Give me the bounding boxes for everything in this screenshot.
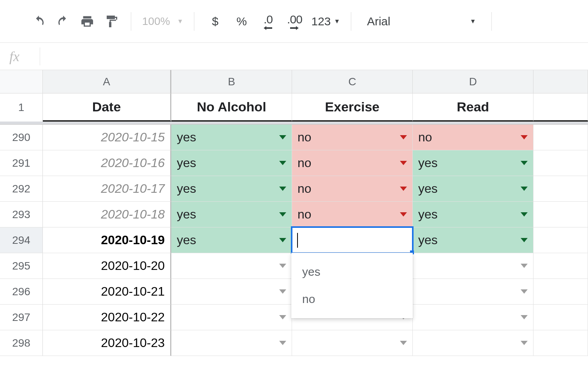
date-cell[interactable]: 2020-10-18 bbox=[43, 202, 171, 227]
data-validation-cell[interactable]: no bbox=[413, 125, 533, 150]
data-validation-cell[interactable]: yes bbox=[171, 125, 292, 150]
data-validation-cell[interactable]: yes bbox=[171, 227, 292, 253]
date-cell[interactable]: 2020-10-22 bbox=[43, 305, 171, 330]
data-validation-cell[interactable] bbox=[171, 279, 292, 305]
dropdown-cell[interactable] bbox=[298, 330, 407, 356]
data-validation-cell[interactable]: no bbox=[292, 202, 413, 227]
data-validation-cell[interactable]: yes bbox=[413, 202, 533, 227]
data-validation-cell[interactable] bbox=[292, 330, 413, 356]
empty-cell[interactable] bbox=[533, 125, 588, 150]
header-cell-read[interactable]: Read bbox=[413, 93, 533, 122]
row-header[interactable]: 295 bbox=[0, 253, 43, 279]
data-validation-cell[interactable]: no bbox=[292, 125, 413, 150]
row-header[interactable]: 291 bbox=[0, 150, 43, 176]
date-cell[interactable]: 2020-10-21 bbox=[43, 279, 171, 305]
date-cell[interactable]: 2020-10-23 bbox=[43, 330, 171, 356]
data-validation-cell[interactable]: no bbox=[292, 176, 413, 202]
more-formats-dropdown[interactable]: 123 ▼ bbox=[308, 15, 343, 28]
empty-cell[interactable] bbox=[533, 176, 588, 202]
dropdown-cell[interactable] bbox=[177, 330, 286, 356]
column-header-A[interactable]: A bbox=[43, 70, 171, 93]
empty-cell[interactable] bbox=[533, 150, 588, 176]
dropdown-cell[interactable]: yes bbox=[418, 202, 528, 227]
format-currency-button[interactable]: $ bbox=[202, 10, 228, 33]
select-all-corner[interactable] bbox=[0, 70, 43, 93]
row-header-1[interactable]: 1 bbox=[0, 93, 43, 122]
dropdown-cell[interactable] bbox=[177, 253, 286, 278]
dropdown-cell[interactable]: yes bbox=[418, 176, 528, 201]
header-cell-date[interactable]: Date bbox=[43, 93, 171, 122]
data-validation-cell[interactable]: yes bbox=[413, 150, 533, 176]
format-percent-button[interactable]: % bbox=[229, 10, 254, 33]
dropdown-cell[interactable] bbox=[177, 279, 286, 304]
column-header-empty[interactable] bbox=[533, 70, 588, 93]
print-button[interactable] bbox=[76, 10, 99, 33]
data-validation-cell[interactable]: yes bbox=[171, 150, 292, 176]
data-validation-cell[interactable] bbox=[171, 305, 292, 330]
paint-format-button[interactable] bbox=[100, 10, 123, 33]
cell-editor[interactable] bbox=[291, 226, 414, 254]
dropdown-cell[interactable] bbox=[418, 330, 528, 356]
row-header[interactable]: 297 bbox=[0, 305, 43, 330]
dropdown-cell[interactable]: yes bbox=[177, 202, 286, 227]
data-validation-cell[interactable] bbox=[413, 253, 533, 279]
column-header-B[interactable]: B bbox=[171, 70, 292, 93]
data-validation-cell[interactable] bbox=[171, 253, 292, 279]
data-validation-cell[interactable]: yes bbox=[171, 176, 292, 202]
column-header-C[interactable]: C bbox=[292, 70, 413, 93]
empty-cell[interactable] bbox=[533, 279, 588, 305]
freeze-bar[interactable] bbox=[0, 122, 588, 125]
dropdown-cell[interactable]: yes bbox=[418, 227, 528, 253]
font-family-dropdown[interactable]: Arial ▼ bbox=[359, 15, 484, 28]
date-cell[interactable]: 2020-10-19 bbox=[43, 227, 171, 253]
date-cell[interactable]: 2020-10-15 bbox=[43, 125, 171, 150]
date-cell[interactable]: 2020-10-16 bbox=[43, 150, 171, 176]
data-validation-cell[interactable] bbox=[171, 330, 292, 356]
empty-cell[interactable] bbox=[533, 330, 588, 356]
dropdown-option[interactable]: yes bbox=[291, 258, 413, 285]
data-validation-cell[interactable]: yes bbox=[413, 176, 533, 202]
dropdown-cell[interactable] bbox=[177, 305, 286, 330]
dropdown-cell[interactable]: yes bbox=[177, 227, 286, 253]
row-header[interactable]: 294 bbox=[0, 227, 43, 253]
header-cell-no-alcohol[interactable]: No Alcohol bbox=[171, 93, 292, 122]
decrease-decimal-button[interactable]: .0 bbox=[255, 10, 281, 33]
zoom-dropdown[interactable]: 100% ▼ bbox=[139, 15, 186, 28]
dropdown-cell[interactable]: no bbox=[298, 150, 407, 176]
row-header[interactable]: 296 bbox=[0, 279, 43, 305]
dropdown-cell[interactable]: yes bbox=[418, 150, 528, 176]
formula-input[interactable] bbox=[48, 45, 588, 68]
header-cell-exercise[interactable]: Exercise bbox=[292, 93, 413, 122]
dropdown-cell[interactable]: yes bbox=[177, 176, 286, 201]
data-validation-cell[interactable]: yes bbox=[171, 202, 292, 227]
empty-cell[interactable] bbox=[533, 202, 588, 227]
column-header-D[interactable]: D bbox=[413, 70, 533, 93]
data-validation-cell[interactable]: yes bbox=[413, 227, 533, 253]
dropdown-cell[interactable]: yes bbox=[177, 150, 286, 176]
empty-cell[interactable] bbox=[533, 227, 588, 253]
data-validation-cell[interactable] bbox=[413, 330, 533, 356]
dropdown-cell[interactable]: no bbox=[298, 202, 407, 227]
row-header[interactable]: 290 bbox=[0, 125, 43, 150]
row-header[interactable]: 298 bbox=[0, 330, 43, 356]
row-header[interactable]: 292 bbox=[0, 176, 43, 202]
dropdown-cell[interactable]: no bbox=[298, 125, 407, 150]
undo-button[interactable] bbox=[27, 10, 51, 33]
dropdown-option[interactable]: no bbox=[291, 285, 413, 313]
data-validation-cell[interactable] bbox=[413, 305, 533, 330]
row-header[interactable]: 293 bbox=[0, 202, 43, 227]
header-cell-empty[interactable] bbox=[533, 93, 588, 122]
redo-button[interactable] bbox=[51, 10, 75, 33]
date-cell[interactable]: 2020-10-17 bbox=[43, 176, 171, 202]
date-cell[interactable]: 2020-10-20 bbox=[43, 253, 171, 279]
increase-decimal-button[interactable]: .00 bbox=[282, 10, 307, 33]
dropdown-cell[interactable]: no bbox=[418, 125, 528, 150]
empty-cell[interactable] bbox=[533, 253, 588, 279]
dropdown-cell[interactable]: yes bbox=[177, 125, 286, 150]
dropdown-cell[interactable] bbox=[418, 305, 528, 330]
data-validation-cell[interactable]: no bbox=[292, 150, 413, 176]
data-validation-cell[interactable] bbox=[413, 279, 533, 305]
empty-cell[interactable] bbox=[533, 305, 588, 330]
data-validation-cell[interactable]: yesno bbox=[292, 227, 413, 253]
dropdown-cell[interactable] bbox=[418, 253, 528, 278]
